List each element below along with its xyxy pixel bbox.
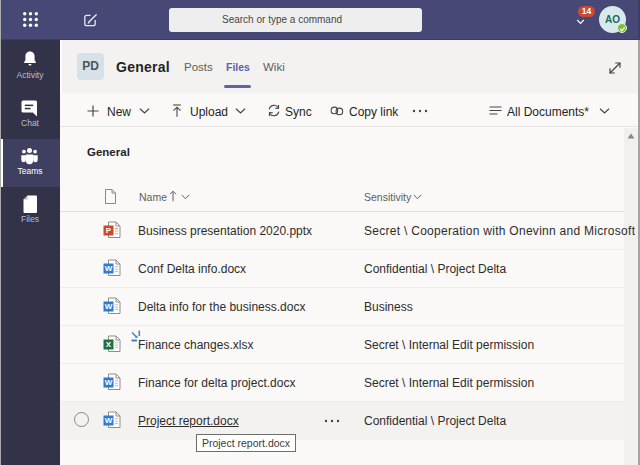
svg-text:W: W — [105, 264, 113, 273]
svg-text:W: W — [105, 302, 113, 311]
svg-text:P: P — [106, 226, 112, 235]
svg-text:W: W — [105, 416, 113, 425]
svg-text:W: W — [105, 378, 113, 387]
svg-text:X: X — [106, 340, 112, 349]
